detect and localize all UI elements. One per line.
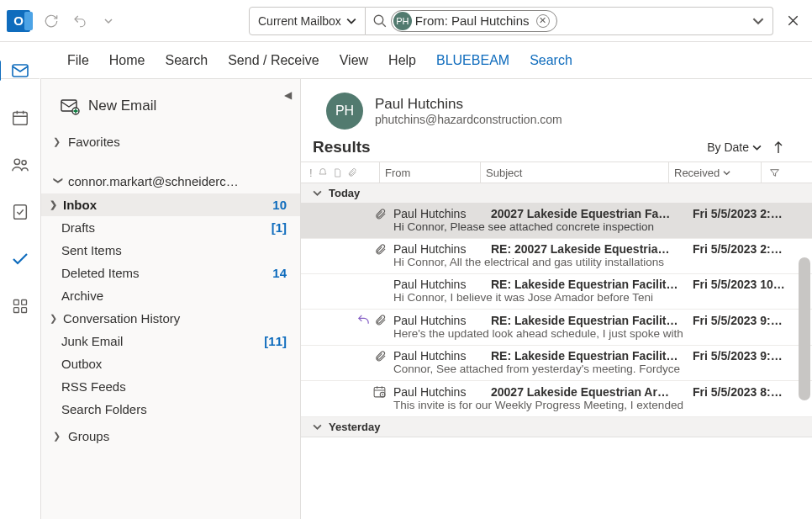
message-from: Paul Hutchins <box>393 314 491 327</box>
search-icon <box>372 13 388 29</box>
col-icons[interactable]: ! <box>301 162 380 183</box>
folder-item[interactable]: Drafts[1] <box>41 216 300 239</box>
person-avatar: PH <box>326 93 363 130</box>
item-type-icon <box>333 167 342 178</box>
chevron-down-icon <box>752 143 762 152</box>
folder-pane: ◀ New Email ❯ Favorites ❯ connor.markart… <box>40 79 301 519</box>
groups-label: Groups <box>68 429 109 443</box>
message-row[interactable]: Paul HutchinsRE: Lakeside Equestrian Fac… <box>301 310 812 346</box>
groups-section[interactable]: ❯ Groups <box>41 421 300 448</box>
qat-chevron-down-icon[interactable] <box>96 8 121 34</box>
chevron-right-icon: ❯ <box>53 136 63 147</box>
tab-search-main[interactable]: Search <box>165 53 208 68</box>
svg-rect-1 <box>13 65 28 77</box>
window-close-button[interactable] <box>773 0 812 42</box>
folder-item[interactable]: RSS Feeds <box>41 375 300 398</box>
col-filter-button[interactable] <box>762 162 787 183</box>
undo-icon[interactable] <box>67 8 92 34</box>
folder-item[interactable]: Search Folders <box>41 398 300 421</box>
reminder-icon <box>318 167 328 177</box>
collapse-folder-pane-icon[interactable]: ◀ <box>284 89 292 101</box>
chevron-right-icon: ❯ <box>50 199 60 210</box>
message-preview: Hi Connor, I believe it was Jose Amador … <box>301 291 787 304</box>
message-received: Fri 5/5/2023 2:0… <box>693 242 787 256</box>
message-subject: 20027 Lakeside Equestrian Ar… <box>491 385 693 399</box>
rail-tasks-icon[interactable] <box>11 200 29 224</box>
search-scope-label: Current Mailbox <box>258 14 341 28</box>
folder-name: Sent Items <box>61 243 122 257</box>
folder-item[interactable]: Archive <box>41 284 300 307</box>
message-received: Fri 5/5/2023 8:2… <box>693 385 787 399</box>
col-header-from[interactable]: From <box>380 162 481 183</box>
rail-people-icon[interactable] <box>11 153 29 177</box>
message-received: Fri 5/5/2023 2:3… <box>693 207 787 220</box>
chevron-right-icon: ❯ <box>53 431 63 442</box>
account-section[interactable]: ❯ connor.markart@schneiderc… <box>41 154 300 193</box>
sort-direction-icon[interactable] <box>773 140 783 154</box>
tab-search-contextual[interactable]: Search <box>530 53 572 68</box>
message-group-header[interactable]: Today <box>301 183 812 204</box>
message-icons <box>301 313 393 327</box>
rail-calendar-icon[interactable] <box>11 106 29 130</box>
attachment-icon <box>374 314 387 326</box>
sort-by-date[interactable]: By Date <box>707 140 783 154</box>
search-expand-chevron-icon[interactable] <box>752 15 764 27</box>
folder-count: [1] <box>272 220 287 235</box>
new-email-button[interactable]: New Email <box>41 89 300 123</box>
results-pane: PH Paul Hutchins phutchins@hazardconstru… <box>301 79 812 519</box>
message-row[interactable]: Paul Hutchins20027 Lakeside Equestrian F… <box>301 204 812 239</box>
message-from: Paul Hutchins <box>393 349 491 363</box>
folder-item[interactable]: Sent Items <box>41 239 300 262</box>
account-label: connor.markart@schneiderc… <box>68 174 239 188</box>
sync-icon[interactable] <box>39 8 64 34</box>
message-received: Fri 5/5/2023 9:1… <box>693 349 787 363</box>
message-icons <box>301 384 393 399</box>
svg-rect-5 <box>13 205 26 220</box>
tab-view[interactable]: View <box>340 53 368 68</box>
sort-label: By Date <box>707 140 749 154</box>
attachment-icon <box>374 208 387 220</box>
attachment-icon <box>347 167 357 177</box>
message-preview: Hi Connor, All the electrical and gas ut… <box>301 256 787 268</box>
folder-item[interactable]: ❯Conversation History <box>41 307 300 330</box>
folder-count: [11] <box>264 334 287 348</box>
col-header-subject[interactable]: Subject <box>481 162 669 183</box>
folder-item[interactable]: Deleted Items14 <box>41 262 300 284</box>
folder-item[interactable]: Junk Email[11] <box>41 330 300 352</box>
svg-rect-8 <box>13 308 18 313</box>
rail-apps-icon[interactable] <box>12 294 29 318</box>
search-input[interactable]: PH From: Paul Hutchins ✕ <box>366 7 773 35</box>
message-preview: Connor, See attached from yesterday's me… <box>301 363 787 375</box>
folder-count: 14 <box>272 266 287 280</box>
tab-bluebeam[interactable]: BLUEBEAM <box>436 53 509 68</box>
tab-home[interactable]: Home <box>109 53 145 68</box>
search-scope-dropdown[interactable]: Current Mailbox <box>249 7 366 35</box>
message-received: Fri 5/5/2023 10:… <box>693 278 787 291</box>
tab-send-receive[interactable]: Send / Receive <box>228 53 319 68</box>
rail-mail-icon[interactable] <box>10 59 30 82</box>
folder-name: Search Folders <box>61 402 147 416</box>
outlook-logo: O <box>7 10 30 32</box>
message-row[interactable]: Paul Hutchins20027 Lakeside Equestrian A… <box>301 381 812 417</box>
folder-item[interactable]: Outbox <box>41 352 300 375</box>
person-card: PH Paul Hutchins phutchins@hazardconstru… <box>301 79 812 133</box>
message-row[interactable]: Paul HutchinsRE: Lakeside Equestrian Fac… <box>301 346 812 381</box>
favorites-section[interactable]: ❯ Favorites <box>41 123 300 154</box>
col-header-received[interactable]: Received <box>669 162 762 183</box>
clear-pill-icon[interactable]: ✕ <box>536 14 550 28</box>
tab-file[interactable]: File <box>67 53 89 68</box>
folder-name: Inbox <box>63 198 97 212</box>
message-row[interactable]: Paul HutchinsRE: Lakeside Equestrian Fac… <box>301 274 812 310</box>
results-header: Results By Date <box>301 133 812 162</box>
message-preview: Hi Connor, Please see attached concrete … <box>301 220 787 233</box>
scrollbar[interactable] <box>799 257 810 400</box>
rail-todo-icon[interactable] <box>10 247 30 271</box>
folder-item[interactable]: ❯Inbox10 <box>41 193 300 216</box>
chevron-down-icon <box>313 422 322 432</box>
tab-help[interactable]: Help <box>388 53 416 68</box>
message-row[interactable]: Paul HutchinsRE: 20027 Lakeside Equestri… <box>301 239 812 274</box>
message-group-header[interactable]: Yesterday <box>301 417 812 437</box>
pill-text-prefix: From: <box>415 13 448 28</box>
search-filter-pill[interactable]: PH From: Paul Hutchins ✕ <box>391 10 557 32</box>
message-subject: RE: Lakeside Equestrian Facilit… <box>491 278 693 291</box>
